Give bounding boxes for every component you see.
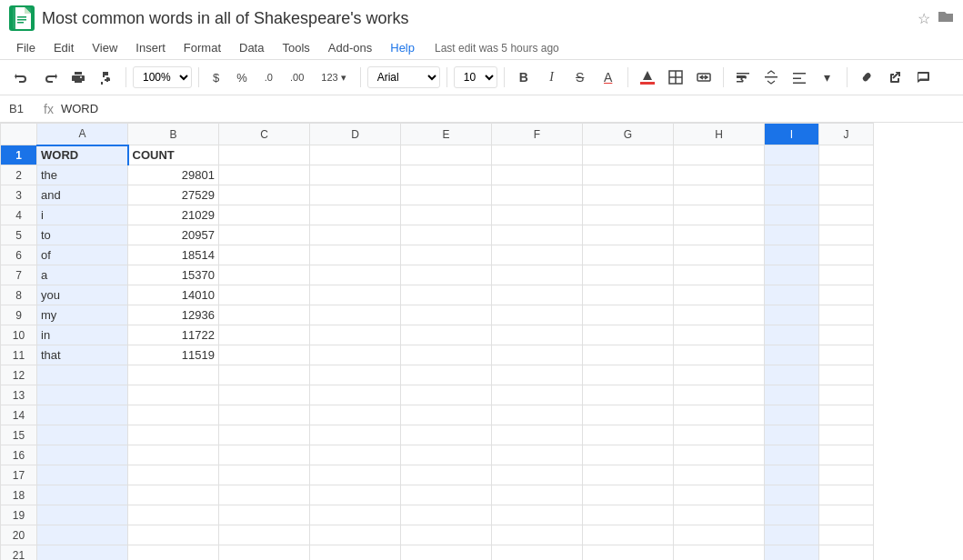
cell-c20[interactable] <box>219 525 310 545</box>
cell-c4[interactable] <box>219 205 310 225</box>
cell-f4[interactable] <box>492 205 583 225</box>
cell-f20[interactable] <box>492 525 583 545</box>
cell-j1[interactable] <box>819 145 874 165</box>
cell-g14[interactable] <box>583 405 674 425</box>
cell-c1[interactable] <box>219 145 310 165</box>
menu-insert[interactable]: Insert <box>128 38 173 57</box>
cell-c5[interactable] <box>219 225 310 245</box>
cell-a3[interactable]: and <box>37 185 128 205</box>
cell-d18[interactable] <box>310 485 401 505</box>
cell-g17[interactable] <box>583 465 674 485</box>
font-select[interactable]: Arial <box>367 66 440 88</box>
font-size-select[interactable]: 10 <box>454 66 497 88</box>
cell-c18[interactable] <box>219 485 310 505</box>
cell-f13[interactable] <box>492 385 583 405</box>
halign-button[interactable] <box>787 65 812 90</box>
sheet-table-wrapper[interactable]: A B C D E F G H I J 1WORDCOUNT2the298013… <box>0 123 963 560</box>
cell-j18[interactable] <box>819 485 874 505</box>
cell-d4[interactable] <box>310 205 401 225</box>
cell-f14[interactable] <box>492 405 583 425</box>
cell-j19[interactable] <box>819 505 874 525</box>
menu-data[interactable]: Data <box>232 38 271 57</box>
cell-d15[interactable] <box>310 425 401 445</box>
cell-d20[interactable] <box>310 525 401 545</box>
cell-g13[interactable] <box>583 385 674 405</box>
cell-a12[interactable] <box>37 365 128 385</box>
cell-f16[interactable] <box>492 445 583 465</box>
cell-g21[interactable] <box>583 545 674 561</box>
cell-h17[interactable] <box>674 465 765 485</box>
cell-e1[interactable] <box>401 145 492 165</box>
cell-e9[interactable] <box>401 305 492 325</box>
cell-a4[interactable]: i <box>37 205 128 225</box>
cell-e19[interactable] <box>401 505 492 525</box>
cell-b2[interactable]: 29801 <box>128 165 219 185</box>
cell-a19[interactable] <box>37 505 128 525</box>
cell-h19[interactable] <box>674 505 765 525</box>
cell-j9[interactable] <box>819 305 874 325</box>
cell-e15[interactable] <box>401 425 492 445</box>
cell-j20[interactable] <box>819 525 874 545</box>
cell-i12[interactable] <box>765 365 819 385</box>
col-header-G[interactable]: G <box>583 124 674 145</box>
cell-j14[interactable] <box>819 405 874 425</box>
cell-j15[interactable] <box>819 425 874 445</box>
cell-h12[interactable] <box>674 365 765 385</box>
cell-c12[interactable] <box>219 365 310 385</box>
cell-a5[interactable]: to <box>37 225 128 245</box>
paint-format-button[interactable] <box>94 65 119 90</box>
cell-b5[interactable]: 20957 <box>128 225 219 245</box>
cell-g11[interactable] <box>583 345 674 365</box>
cell-c14[interactable] <box>219 405 310 425</box>
cell-e10[interactable] <box>401 325 492 345</box>
cell-c8[interactable] <box>219 285 310 305</box>
percent-button[interactable]: % <box>229 68 255 87</box>
folder-icon[interactable] <box>938 9 954 27</box>
cell-e17[interactable] <box>401 465 492 485</box>
cell-i18[interactable] <box>765 485 819 505</box>
star-icon[interactable]: ☆ <box>918 10 930 27</box>
cell-e16[interactable] <box>401 445 492 465</box>
cell-f21[interactable] <box>492 545 583 561</box>
menu-view[interactable]: View <box>85 38 125 57</box>
menu-help[interactable]: Help <box>383 38 422 57</box>
cell-h15[interactable] <box>674 425 765 445</box>
cell-d16[interactable] <box>310 445 401 465</box>
cell-i1[interactable] <box>765 145 819 165</box>
cell-c9[interactable] <box>219 305 310 325</box>
text-wrap-button[interactable] <box>730 65 756 90</box>
cell-e4[interactable] <box>401 205 492 225</box>
cell-f3[interactable] <box>492 185 583 205</box>
cell-j16[interactable] <box>819 445 874 465</box>
menu-edit[interactable]: Edit <box>46 38 81 57</box>
cell-b8[interactable]: 14010 <box>128 285 219 305</box>
cell-e2[interactable] <box>401 165 492 185</box>
cell-i14[interactable] <box>765 405 819 425</box>
italic-button[interactable]: I <box>539 65 565 90</box>
menu-format[interactable]: Format <box>176 38 228 57</box>
cell-j2[interactable] <box>819 165 874 185</box>
cell-g7[interactable] <box>583 265 674 285</box>
decimal-less-button[interactable]: .0 <box>257 69 280 85</box>
cell-b7[interactable]: 15370 <box>128 265 219 285</box>
merge-button[interactable] <box>691 65 717 90</box>
cell-j11[interactable] <box>819 345 874 365</box>
cell-h2[interactable] <box>674 165 765 185</box>
cell-c16[interactable] <box>219 445 310 465</box>
cell-b14[interactable] <box>128 405 219 425</box>
cell-a18[interactable] <box>37 485 128 505</box>
cell-g9[interactable] <box>583 305 674 325</box>
cell-b12[interactable] <box>128 365 219 385</box>
cell-a1[interactable]: WORD <box>37 145 128 165</box>
cell-i2[interactable] <box>765 165 819 185</box>
add-link-button[interactable] <box>882 65 908 90</box>
cell-a16[interactable] <box>37 445 128 465</box>
cell-j5[interactable] <box>819 225 874 245</box>
menu-addons[interactable]: Add-ons <box>321 38 379 57</box>
cell-b21[interactable] <box>128 545 219 561</box>
cell-b18[interactable] <box>128 485 219 505</box>
cell-d9[interactable] <box>310 305 401 325</box>
col-header-D[interactable]: D <box>310 124 401 145</box>
cell-i17[interactable] <box>765 465 819 485</box>
cell-c7[interactable] <box>219 265 310 285</box>
